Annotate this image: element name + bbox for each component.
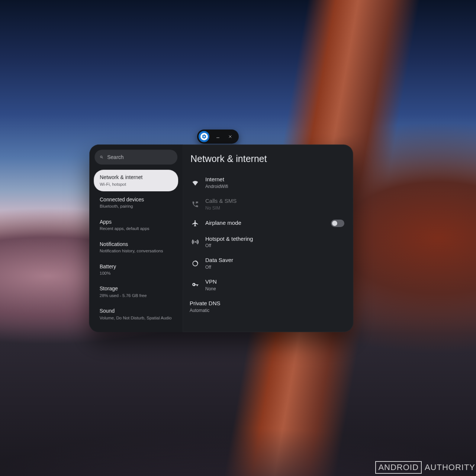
- setting-title: Calls & SMS: [205, 198, 344, 205]
- sidebar-item-subtitle: 100%: [100, 271, 172, 276]
- airplane-mode-toggle[interactable]: [331, 220, 344, 227]
- sidebar-item-battery[interactable]: Battery 100%: [94, 259, 178, 281]
- settings-sidebar: Network & internet Wi-Fi, hotspot Connec…: [89, 144, 183, 332]
- sidebar-item-subtitle: Notification history, conversations: [100, 248, 172, 253]
- page-title: Network & internet: [190, 153, 346, 164]
- data-saver-icon: [191, 259, 199, 268]
- sidebar-item-subtitle: Wi-Fi, hotspot: [100, 182, 172, 187]
- sidebar-item-subtitle: Recent apps, default apps: [100, 226, 172, 231]
- setting-title: Private DNS: [190, 300, 344, 307]
- window-controls-pill: [197, 130, 239, 144]
- setting-subtitle: No SIM: [205, 205, 344, 211]
- sidebar-item-label: Battery: [100, 263, 172, 270]
- sidebar-item-label: Sound: [100, 308, 172, 314]
- sidebar-item-connected-devices[interactable]: Connected devices Bluetooth, pairing: [94, 192, 178, 214]
- sidebar-item-subtitle: Volume, Do Not Disturb, Spatial Audio: [100, 315, 172, 320]
- sidebar-item-label: Storage: [100, 285, 172, 292]
- phone-sms-icon: [191, 200, 199, 208]
- setting-vpn[interactable]: VPN None: [190, 275, 346, 295]
- sidebar-item-label: Network & internet: [100, 174, 172, 181]
- search-input[interactable]: [107, 154, 172, 160]
- setting-airplane-mode[interactable]: Airplane mode: [190, 216, 346, 230]
- setting-subtitle: Automatic: [190, 308, 344, 313]
- watermark: ANDROID AUTHORITY: [375, 461, 475, 474]
- gear-icon: [202, 134, 207, 139]
- setting-subtitle: Off: [205, 265, 344, 270]
- search-icon: [100, 154, 103, 160]
- sidebar-item-storage[interactable]: Storage 28% used - 5.76 GB free: [94, 281, 178, 303]
- setting-subtitle: AndroidWifi: [205, 184, 344, 189]
- sidebar-item-network-internet[interactable]: Network & internet Wi-Fi, hotspot: [94, 170, 178, 191]
- setting-hotspot-tethering[interactable]: Hotspot & tethering Off: [190, 233, 346, 252]
- setting-title: VPN: [205, 278, 344, 285]
- sidebar-item-subtitle: 28% used - 5.76 GB free: [100, 293, 172, 298]
- setting-title: Internet: [205, 176, 344, 183]
- close-icon: [228, 134, 232, 139]
- sidebar-item-apps[interactable]: Apps Recent apps, default apps: [94, 214, 178, 236]
- sidebar-item-notifications[interactable]: Notifications Notification history, conv…: [94, 237, 178, 258]
- sidebar-item-sound[interactable]: Sound Volume, Do Not Disturb, Spatial Au…: [94, 303, 178, 325]
- setting-title: Airplane mode: [205, 220, 325, 227]
- minimize-button[interactable]: [214, 132, 222, 141]
- minimize-icon: [216, 134, 220, 139]
- hotspot-icon: [191, 238, 199, 246]
- sidebar-item-label: Connected devices: [100, 197, 172, 203]
- setting-title: Data Saver: [205, 257, 344, 264]
- setting-subtitle: Off: [205, 243, 344, 249]
- toggle-knob: [332, 221, 337, 226]
- sidebar-item-label: Apps: [100, 219, 172, 225]
- settings-detail-pane: Network & internet Internet AndroidWifi …: [183, 144, 354, 332]
- setting-calls-sms: Calls & SMS No SIM: [190, 195, 346, 214]
- settings-window: Network & internet Wi-Fi, hotspot Connec…: [89, 144, 354, 332]
- wifi-icon: [191, 179, 199, 187]
- setting-private-dns[interactable]: Private DNS Automatic: [190, 297, 346, 316]
- search-field[interactable]: [94, 150, 177, 164]
- sidebar-item-subtitle: Bluetooth, pairing: [100, 204, 172, 209]
- vpn-key-icon: [191, 281, 199, 289]
- watermark-text: AUTHORITY: [425, 463, 475, 472]
- airplane-icon: [191, 219, 199, 227]
- sidebar-item-label: Notifications: [100, 241, 172, 248]
- setting-internet[interactable]: Internet AndroidWifi: [190, 173, 346, 192]
- setting-title: Hotspot & tethering: [205, 236, 344, 243]
- settings-category-list: Network & internet Wi-Fi, hotspot Connec…: [94, 170, 178, 325]
- setting-data-saver[interactable]: Data Saver Off: [190, 254, 346, 273]
- close-button[interactable]: [226, 132, 234, 141]
- settings-item-list: Internet AndroidWifi Calls & SMS No SIM: [190, 173, 346, 316]
- watermark-boxed: ANDROID: [375, 461, 421, 474]
- settings-app-icon: [199, 131, 209, 142]
- setting-subtitle: None: [205, 286, 344, 292]
- svg-point-0: [194, 242, 196, 243]
